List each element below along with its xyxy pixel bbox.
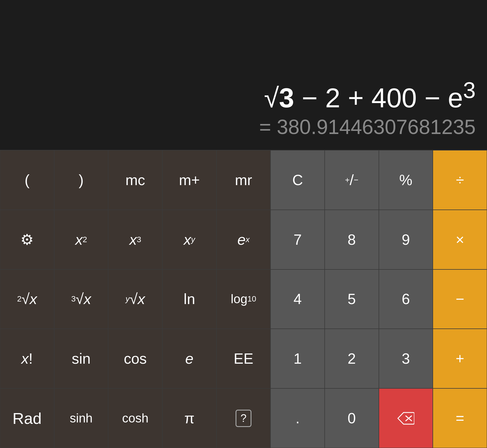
percent-button[interactable]: %: [379, 150, 433, 210]
zero-button[interactable]: 0: [325, 388, 379, 448]
settings-button[interactable]: ⚙: [0, 210, 54, 269]
display: √3 − 2 + 400 − e3 = 380.91446307681235: [0, 0, 487, 150]
nine-button[interactable]: 9: [379, 210, 433, 269]
mc-button[interactable]: mc: [108, 150, 162, 210]
sqrt2-button[interactable]: 2√x: [0, 269, 54, 329]
m-plus-button[interactable]: m+: [162, 150, 217, 210]
open-paren-button[interactable]: (: [0, 150, 54, 210]
sin-button[interactable]: sin: [54, 329, 108, 388]
two-button[interactable]: 2: [325, 329, 379, 388]
close-paren-button[interactable]: ): [54, 150, 108, 210]
mr-button[interactable]: mr: [217, 150, 271, 210]
seven-button[interactable]: 7: [270, 210, 325, 269]
e-to-x-button[interactable]: ex: [217, 210, 271, 269]
pi-button[interactable]: π: [162, 388, 217, 448]
keypad: ( ) mc m+ mr C +/− % ÷ ⚙ x2 x3 xy ex 7 8…: [0, 150, 487, 448]
eight-button[interactable]: 8: [325, 210, 379, 269]
five-button[interactable]: 5: [325, 269, 379, 329]
equals-button[interactable]: =: [433, 388, 487, 448]
result-display: = 380.91446307681235: [259, 115, 476, 139]
six-button[interactable]: 6: [379, 269, 433, 329]
four-button[interactable]: 4: [270, 269, 325, 329]
rand-icon: ?: [236, 410, 251, 427]
log10-button[interactable]: log10: [217, 269, 271, 329]
plus-minus-button[interactable]: +/−: [325, 150, 379, 210]
x-cubed-button[interactable]: x3: [108, 210, 162, 269]
subtract-button[interactable]: −: [433, 269, 487, 329]
gear-icon: ⚙: [20, 231, 34, 248]
cos-button[interactable]: cos: [108, 329, 162, 388]
decimal-button[interactable]: .: [270, 388, 325, 448]
rand-button[interactable]: ?: [217, 388, 271, 448]
backspace-icon: [397, 412, 414, 425]
sqrty-button[interactable]: y√x: [108, 269, 162, 329]
backspace-button[interactable]: [379, 388, 433, 448]
factorial-button[interactable]: x!: [0, 329, 54, 388]
divide-button[interactable]: ÷: [433, 150, 487, 210]
multiply-button[interactable]: ×: [433, 210, 487, 269]
add-button[interactable]: +: [433, 329, 487, 388]
e-const-button[interactable]: e: [162, 329, 217, 388]
ee-button[interactable]: EE: [217, 329, 271, 388]
cosh-button[interactable]: cosh: [108, 388, 162, 448]
x-to-y-button[interactable]: xy: [162, 210, 217, 269]
one-button[interactable]: 1: [270, 329, 325, 388]
three-button[interactable]: 3: [379, 329, 433, 388]
ln-button[interactable]: ln: [162, 269, 217, 329]
sinh-button[interactable]: sinh: [54, 388, 108, 448]
x-squared-button[interactable]: x2: [54, 210, 108, 269]
result-equals: =: [259, 116, 277, 138]
rad-button[interactable]: Rad: [0, 388, 54, 448]
sqrt3-button[interactable]: 3√x: [54, 269, 108, 329]
result-value: 380.91446307681235: [277, 116, 476, 138]
clear-button[interactable]: C: [270, 150, 325, 210]
expression-display: √3 − 2 + 400 − e3: [264, 78, 476, 113]
